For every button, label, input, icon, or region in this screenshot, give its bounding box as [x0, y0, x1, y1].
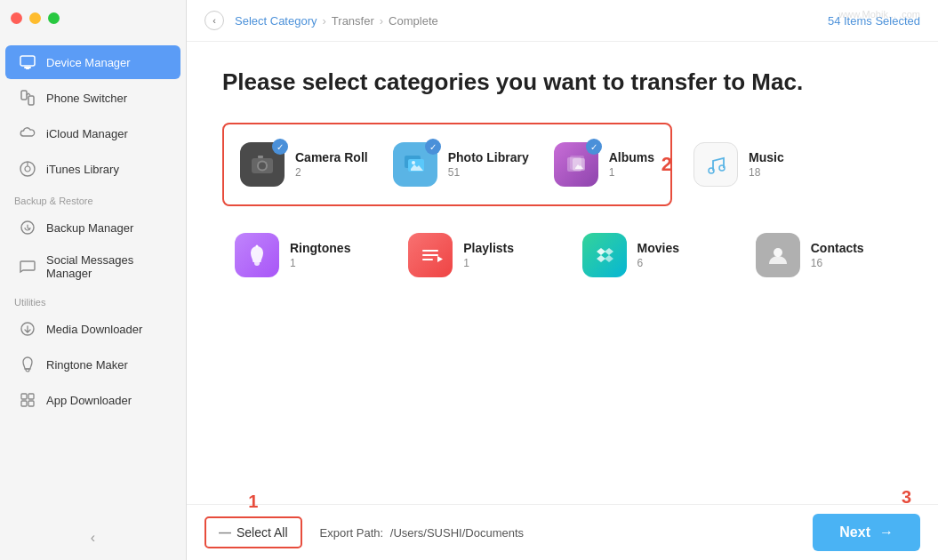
- svg-point-27: [256, 245, 259, 248]
- sidebar-item-app-downloader[interactable]: App Downloader: [5, 383, 180, 417]
- close-button[interactable]: [11, 12, 22, 24]
- sidebar-item-social-messages[interactable]: Social Messages Manager: [5, 246, 180, 287]
- ringtones-icon: [235, 233, 279, 277]
- svg-rect-13: [28, 401, 34, 406]
- category-contacts[interactable]: Contacts 16: [743, 219, 902, 292]
- svg-rect-30: [422, 259, 433, 260]
- movies-info: Movies 6: [637, 241, 679, 269]
- svg-rect-3: [21, 91, 27, 100]
- icloud-icon: [18, 124, 37, 143]
- svg-point-6: [25, 166, 30, 172]
- sidebar-item-backup-manager[interactable]: Backup Manager: [5, 211, 180, 244]
- category-playlists[interactable]: Playlists 1: [396, 219, 555, 292]
- minimize-button[interactable]: [29, 12, 41, 24]
- svg-rect-1: [24, 67, 31, 68]
- sidebar-label-phone-switcher: Phone Switcher: [46, 92, 127, 105]
- svg-point-16: [259, 163, 266, 170]
- back-button[interactable]: ‹: [204, 11, 224, 30]
- breadcrumb: ‹ Select Category › Transfer › Complete: [204, 11, 438, 30]
- sidebar-item-itunes[interactable]: iTunes Library: [5, 152, 180, 186]
- category-photo-library[interactable]: ✓ Photo Library 51: [382, 130, 540, 199]
- collapse-button[interactable]: ‹: [9, 524, 177, 551]
- step-number-1: 1: [248, 492, 258, 512]
- select-all-label: Select All: [237, 525, 288, 540]
- utilities-section-label: Utilities: [0, 288, 186, 311]
- ringtones-info: Ringtones 1: [290, 241, 350, 269]
- sidebar-bottom: ‹: [0, 516, 186, 560]
- contacts-info: Contacts 16: [811, 241, 864, 269]
- sidebar-item-device-manager[interactable]: Device Manager: [5, 45, 180, 79]
- category-camera-roll[interactable]: ✓ Camera Roll 2: [229, 130, 379, 199]
- svg-rect-10: [21, 394, 27, 399]
- watermark: www.Mobik... .com: [838, 9, 920, 20]
- minus-icon: —: [219, 525, 231, 540]
- sidebar-label-social: Social Messages Manager: [46, 253, 168, 280]
- sidebar-label-app: App Downloader: [46, 394, 132, 407]
- breadcrumb-transfer: Transfer: [332, 14, 374, 28]
- step-badge-2: 2: [661, 153, 672, 176]
- next-button[interactable]: Next →: [813, 514, 920, 551]
- svg-rect-0: [20, 56, 35, 66]
- breadcrumb-select: Select Category: [235, 14, 317, 28]
- sidebar-label-device-manager: Device Manager: [46, 56, 131, 69]
- music-icon: [693, 142, 738, 187]
- music-info: Music 18: [749, 150, 784, 179]
- sidebar: Device Manager Phone Switcher iCloud Man…: [0, 0, 187, 560]
- app-downloader-icon: [18, 390, 37, 410]
- svg-point-32: [774, 248, 782, 257]
- itunes-icon: [18, 159, 37, 179]
- camera-roll-check: ✓: [272, 139, 288, 155]
- category-albums[interactable]: ✓ Albums 1 2: [543, 130, 665, 199]
- sidebar-label-backup: Backup Manager: [46, 221, 133, 235]
- albums-check: ✓: [586, 139, 602, 155]
- photo-library-check: ✓: [425, 139, 441, 155]
- phone-switcher-icon: [18, 88, 37, 108]
- traffic-lights: [11, 12, 60, 24]
- movies-icon: [582, 233, 627, 277]
- svg-marker-31: [437, 256, 443, 262]
- albums-icon: ✓: [554, 142, 598, 187]
- backup-icon: [18, 218, 37, 237]
- bottom-bar: 1 — Select All Export Path: /Users/SUSHI…: [187, 504, 938, 560]
- sidebar-item-media-downloader[interactable]: Media Downloader: [5, 312, 180, 346]
- next-arrow: →: [879, 524, 894, 540]
- svg-rect-29: [422, 254, 438, 256]
- select-all-button[interactable]: — Select All: [204, 516, 302, 548]
- svg-rect-2: [26, 68, 29, 69]
- main-content: www.Mobik... .com ‹ Select Category › Tr…: [187, 0, 938, 560]
- breadcrumb-complete: Complete: [389, 14, 438, 28]
- next-label: Next: [839, 524, 870, 540]
- svg-rect-20: [406, 156, 410, 157]
- category-movies[interactable]: Movies 6: [570, 219, 729, 292]
- sidebar-label-icloud: iCloud Manager: [46, 127, 128, 140]
- albums-info: Albums 1: [609, 150, 654, 179]
- playlists-icon: [408, 233, 453, 277]
- contacts-icon: [756, 233, 800, 277]
- step-number-3: 3: [902, 487, 911, 508]
- svg-rect-17: [258, 156, 263, 158]
- photo-library-icon: ✓: [393, 142, 437, 187]
- svg-rect-4: [28, 96, 34, 105]
- camera-roll-icon: ✓: [240, 142, 285, 187]
- svg-rect-12: [21, 401, 27, 406]
- category-ringtones[interactable]: Ringtones 1: [222, 219, 381, 292]
- export-path: Export Path: /Users/SUSHI/Documents: [320, 526, 796, 540]
- sidebar-item-phone-switcher[interactable]: Phone Switcher: [5, 81, 180, 115]
- sidebar-label-ringtone: Ringtone Maker: [46, 358, 128, 372]
- page-title: Please select categories you want to tra…: [222, 68, 902, 96]
- ringtone-maker-icon: [18, 355, 37, 374]
- svg-rect-28: [422, 250, 438, 252]
- sidebar-label-media: Media Downloader: [46, 323, 142, 336]
- sidebar-item-ringtone-maker[interactable]: Ringtone Maker: [5, 348, 180, 381]
- topbar: ‹ Select Category › Transfer › Complete …: [187, 0, 938, 42]
- playlists-info: Playlists 1: [463, 241, 514, 269]
- category-music[interactable]: Music 18: [681, 123, 902, 206]
- sidebar-item-icloud-manager[interactable]: iCloud Manager: [5, 116, 180, 150]
- media-downloader-icon: [18, 319, 37, 339]
- svg-rect-11: [28, 394, 34, 399]
- content-area: Please select categories you want to tra…: [187, 42, 938, 504]
- category-row-2: Ringtones 1 Playlists 1: [222, 219, 902, 292]
- backup-section-label: Backup & Restore: [0, 187, 186, 210]
- maximize-button[interactable]: [48, 12, 60, 24]
- sidebar-label-itunes: iTunes Library: [46, 163, 119, 176]
